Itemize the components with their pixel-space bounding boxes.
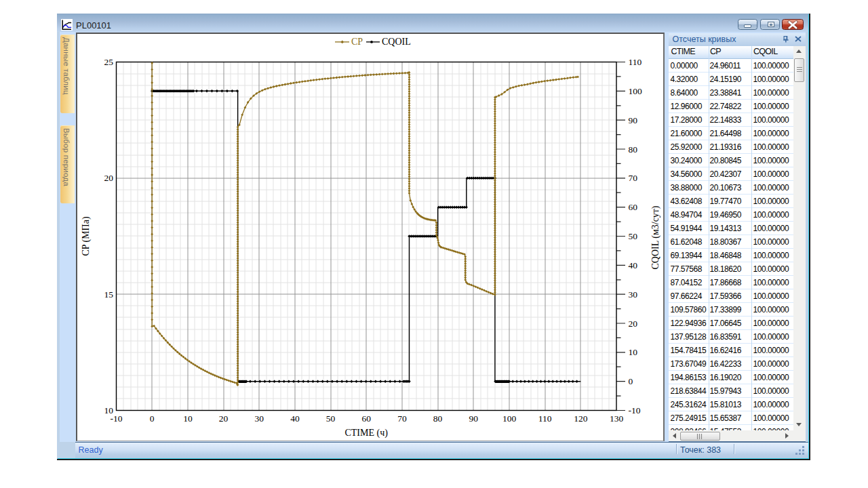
svg-text:-10: -10: [110, 413, 122, 424]
svg-text:CQOIL (м3/сут): CQOIL (м3/сут): [650, 205, 661, 269]
svg-text:CQOIL: CQOIL: [382, 37, 411, 47]
svg-text:100: 100: [628, 85, 642, 96]
svg-text:40: 40: [290, 413, 300, 424]
svg-text:0: 0: [628, 376, 633, 386]
svg-text:CP: CP: [351, 37, 363, 47]
svg-text:30: 30: [628, 289, 637, 299]
svg-text:40: 40: [628, 260, 637, 270]
svg-text:130: 130: [609, 413, 623, 424]
svg-text:-10: -10: [628, 405, 640, 415]
svg-text:60: 60: [361, 413, 371, 424]
svg-text:20: 20: [104, 173, 113, 183]
svg-text:10: 10: [183, 413, 193, 424]
svg-text:100: 100: [502, 413, 516, 424]
svg-text:110: 110: [538, 413, 551, 424]
svg-text:110: 110: [628, 57, 642, 67]
svg-text:80: 80: [433, 413, 442, 424]
svg-text:CP (МПа): CP (МПа): [81, 216, 92, 256]
svg-text:CTIME (ч): CTIME (ч): [344, 427, 388, 438]
svg-text:0: 0: [149, 413, 154, 424]
svg-text:20: 20: [628, 318, 637, 328]
svg-text:80: 80: [628, 144, 637, 154]
svg-text:15: 15: [104, 289, 113, 299]
svg-text:25: 25: [104, 57, 113, 67]
svg-text:30: 30: [254, 413, 264, 424]
svg-text:90: 90: [628, 115, 637, 125]
svg-text:20: 20: [218, 413, 228, 424]
svg-text:10: 10: [628, 347, 637, 357]
svg-text:70: 70: [628, 173, 637, 183]
svg-text:90: 90: [469, 413, 478, 424]
svg-text:70: 70: [397, 413, 407, 424]
svg-text:50: 50: [326, 413, 335, 424]
svg-text:120: 120: [574, 413, 588, 424]
svg-text:50: 50: [628, 231, 637, 241]
svg-text:60: 60: [628, 202, 637, 212]
